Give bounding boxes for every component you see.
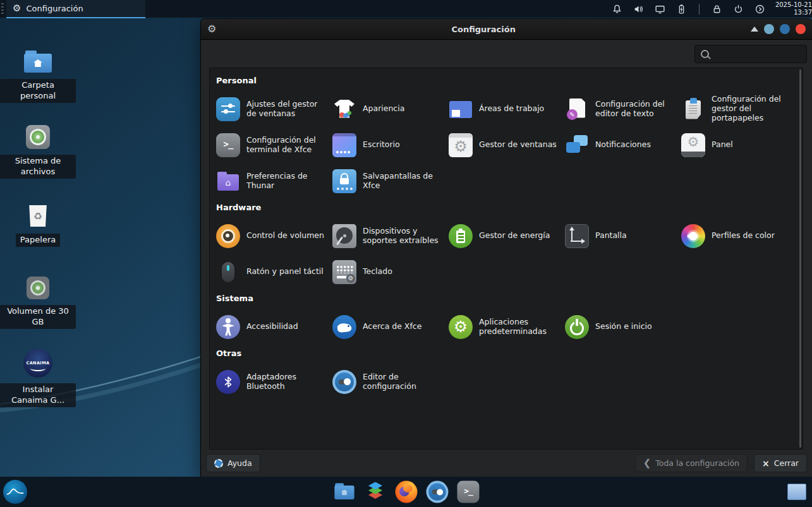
settings-item-label: Pantalla bbox=[595, 231, 627, 241]
maximize-button[interactable] bbox=[780, 24, 790, 34]
minimize-button[interactable] bbox=[764, 24, 774, 34]
settings-item-workspaces[interactable]: Áreas de trabajo bbox=[447, 91, 564, 127]
settings-item-label: Notificaciones bbox=[595, 140, 651, 150]
desktop-icon-label: Papelera bbox=[16, 234, 60, 247]
canaima-installer-icon: CANAIMA bbox=[23, 349, 52, 378]
canaima-menu-button[interactable] bbox=[3, 480, 27, 504]
desktop-icon-trash[interactable]: ♻Papelera bbox=[0, 204, 76, 247]
clock[interactable]: 2025-10-21 13:37 bbox=[775, 1, 812, 17]
search-box[interactable] bbox=[694, 45, 807, 63]
settings-item-power-manager[interactable]: Gestor de energía bbox=[447, 218, 564, 254]
settings-item-thunar[interactable]: ⌂Preferencias de Thunar bbox=[215, 163, 331, 199]
settings-item-window-manager[interactable]: Gestor de ventanas bbox=[447, 127, 564, 163]
dock-terminal-button[interactable] bbox=[457, 481, 479, 503]
settings-item-desktop[interactable]: Escritorio bbox=[331, 127, 447, 163]
desktop-icon-home-folder[interactable]: Carpeta personal bbox=[0, 49, 76, 103]
close-window-button[interactable] bbox=[796, 24, 806, 34]
section-grid: AccesibilidadAcerca de XfceAplicaciones … bbox=[215, 309, 799, 345]
settings-item-display-settings[interactable]: Pantalla bbox=[564, 218, 680, 254]
settings-editor-icon bbox=[332, 370, 356, 394]
settings-item-wm-tweaks[interactable]: Ajustes del gestor de ventanas bbox=[215, 91, 331, 127]
bluetooth-icon bbox=[216, 370, 240, 394]
settings-item-accessibility[interactable]: Accesibilidad bbox=[215, 309, 331, 345]
settings-item-settings-editor[interactable]: Editor de configuración bbox=[331, 364, 447, 400]
settings-item-color-profiles[interactable]: Perfiles de color bbox=[680, 218, 796, 254]
show-desktop-button[interactable] bbox=[787, 484, 806, 500]
panel-grip-icon[interactable] bbox=[1, 3, 4, 15]
settings-item-text-editor[interactable]: Configuración del editor de texto bbox=[564, 91, 680, 127]
settings-item-label: Salvapantallas de Xfce bbox=[363, 172, 442, 191]
lock-icon[interactable] bbox=[712, 4, 722, 15]
desktop-icon-filesystem[interactable]: Sistema de archivos bbox=[0, 125, 76, 179]
system-tray bbox=[612, 4, 770, 15]
settings-item-notifications[interactable]: Notificaciones bbox=[564, 127, 680, 163]
settings-item-label: Accesibilidad bbox=[246, 322, 298, 331]
tray-separator bbox=[699, 4, 700, 15]
settings-content: PersonalAjustes del gestor de ventanasAp… bbox=[209, 68, 803, 450]
settings-item-label: Gestor de energía bbox=[479, 231, 550, 241]
settings-section-personal: PersonalAjustes del gestor de ventanasAp… bbox=[215, 76, 797, 199]
bell-icon[interactable] bbox=[612, 4, 622, 15]
search-input[interactable] bbox=[714, 49, 801, 59]
desktop-icon bbox=[332, 133, 356, 157]
settings-item-terminal[interactable]: Configuración del terminal de Xfce bbox=[215, 127, 331, 163]
settings-item-keyboard[interactable]: ⚙Teclado bbox=[331, 254, 447, 290]
power-icon[interactable] bbox=[733, 4, 744, 15]
settings-item-screensaver[interactable]: Salvapantallas de Xfce bbox=[331, 163, 447, 199]
settings-item-bluetooth[interactable]: Adaptadores Bluetooth bbox=[215, 364, 331, 400]
filesystem-icon bbox=[26, 125, 50, 149]
desktop-icon-volume-disk[interactable]: Volumen de 30 GB bbox=[0, 277, 76, 329]
close-button-label: Cerrar bbox=[774, 458, 799, 468]
notifications-icon bbox=[565, 133, 589, 157]
desktop-icon-label: Sistema de archivos bbox=[0, 155, 76, 179]
session-menu-icon[interactable] bbox=[754, 4, 765, 15]
shade-button[interactable] bbox=[751, 27, 758, 32]
battery-icon[interactable] bbox=[676, 4, 687, 15]
settings-item-clipboard[interactable]: Configuración del gestor del portapapele… bbox=[680, 91, 796, 127]
display-settings-icon bbox=[565, 224, 589, 248]
settings-item-session-startup[interactable]: Sesión e inicio bbox=[564, 309, 680, 345]
settings-item-volume-control[interactable]: Control de volumen bbox=[215, 218, 331, 254]
help-button[interactable]: Ayuda bbox=[206, 454, 260, 472]
taskbar-window-label: Configuración bbox=[26, 4, 83, 13]
desktop-icon-canaima-installer[interactable]: CANAIMAInstalar Canaima G... bbox=[0, 349, 76, 407]
settings-item-mouse[interactable]: Ratón y panel táctil bbox=[215, 254, 331, 290]
close-icon: × bbox=[762, 459, 770, 468]
clock-date: 2025-10-21 bbox=[775, 1, 812, 9]
clipboard-icon bbox=[681, 97, 705, 121]
window-titlebar[interactable]: ⚙ Configuración bbox=[201, 19, 812, 40]
gear-icon: ⚙ bbox=[207, 24, 216, 34]
settings-item-label: Panel bbox=[712, 140, 733, 150]
settings-item-label: Ajustes del gestor de ventanas bbox=[246, 100, 326, 119]
settings-item-label: Configuración del gestor del portapapele… bbox=[712, 95, 791, 122]
display-icon[interactable] bbox=[655, 4, 665, 15]
volume-control-icon bbox=[216, 224, 240, 248]
dock-launchers bbox=[332, 480, 480, 504]
volume-icon[interactable] bbox=[633, 4, 644, 15]
settings-item-about-xfce[interactable]: Acerca de Xfce bbox=[331, 309, 447, 345]
color-profiles-icon bbox=[681, 224, 705, 248]
settings-item-removable-media[interactable]: Dispositivos y soportes extraíbles bbox=[331, 218, 447, 254]
all-settings-button[interactable]: ❮ Toda la configuración bbox=[635, 454, 748, 472]
window-toolbar bbox=[201, 40, 812, 68]
dock-file-manager-button[interactable] bbox=[333, 481, 355, 503]
settings-item-panel[interactable]: Panel bbox=[680, 127, 796, 163]
vertical-scrollbar[interactable] bbox=[799, 69, 801, 448]
dock-firefox-button[interactable] bbox=[395, 481, 417, 503]
window-manager-icon bbox=[449, 133, 473, 157]
help-icon bbox=[214, 459, 223, 468]
canaima-wave-icon bbox=[5, 482, 25, 502]
close-button[interactable]: × Cerrar bbox=[754, 454, 807, 472]
terminal-icon bbox=[216, 133, 240, 157]
settings-item-label: Acerca de Xfce bbox=[363, 322, 421, 331]
power-manager-icon bbox=[449, 224, 473, 248]
settings-item-label: Aplicaciones predeterminadas bbox=[479, 318, 559, 337]
taskbar-window-button[interactable]: ⚙ Configuración bbox=[6, 0, 145, 18]
settings-item-default-apps[interactable]: Aplicaciones predeterminadas bbox=[447, 309, 564, 345]
section-grid: Ajustes del gestor de ventanasApariencia… bbox=[215, 91, 799, 199]
dock-settings-editor-button[interactable] bbox=[426, 481, 448, 503]
home-folder-icon bbox=[24, 49, 52, 73]
bottom-dock bbox=[0, 477, 812, 507]
dock-software-layers-button[interactable] bbox=[364, 481, 386, 503]
settings-item-appearance[interactable]: Apariencia bbox=[331, 91, 447, 127]
